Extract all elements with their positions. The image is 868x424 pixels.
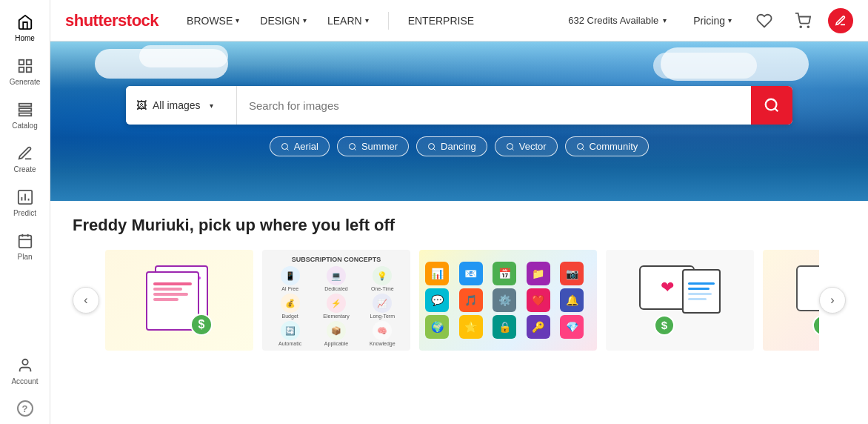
bill-front-line-2 [153, 288, 182, 291]
svg-rect-6 [19, 113, 31, 116]
cloud-4 [653, 53, 757, 79]
sub-icon-7: 🔄 [281, 321, 300, 340]
svg-point-28 [577, 143, 583, 149]
pill-summer[interactable]: Summer [337, 136, 409, 156]
app-grid-inner: 📊 📧 📅 📁 📷 💬 🎵 ⚙️ ❤️ 🔔 🌍 ⭐ [419, 250, 597, 351]
carousel-next-button[interactable]: › [819, 287, 846, 314]
pill-vector-label: Vector [519, 141, 547, 152]
pill-community-label: Community [590, 141, 638, 152]
search-type-chevron-icon: ▾ [210, 102, 213, 110]
image-type-icon: 🖼 [136, 99, 147, 111]
sub-label-8: Applicable [324, 341, 348, 346]
sidebar-item-predict[interactable]: Predict [0, 181, 50, 225]
app-icon-12: ⭐ [459, 315, 483, 339]
svg-line-23 [354, 148, 355, 150]
pill-community[interactable]: Community [565, 136, 650, 156]
sidebar-item-home[interactable]: Home [0, 6, 50, 50]
sidebar-label-create: Create [13, 165, 36, 173]
sidebar-item-catalog[interactable]: Catalog [0, 93, 50, 137]
credits-chevron-icon: ▾ [663, 16, 667, 24]
sub-item-1: 📱 AI Free [268, 266, 312, 291]
nav-learn[interactable]: LEARN ▾ [323, 12, 373, 30]
card-subscription-inner: SUBSCRIPTION CONCEPTS 📱 AI Free 💻 Dedica… [262, 250, 410, 351]
search-button[interactable] [751, 86, 792, 125]
search-type-dropdown[interactable]: 🖼 All images ▾ [126, 86, 237, 125]
svg-rect-5 [19, 108, 31, 111]
card-subscription[interactable]: SUBSCRIPTION CONCEPTS 📱 AI Free 💻 Dedica… [262, 250, 410, 351]
pill-aerial[interactable]: Aerial [270, 136, 330, 156]
sidebar-item-plan[interactable]: Plan [0, 225, 50, 268]
hdoc-line-2 [688, 288, 710, 290]
section-title: Freddy Muriuki, pick up where you left o… [73, 216, 846, 235]
sub-label-1: AI Free [281, 286, 298, 291]
nav-design[interactable]: DESIGN ▾ [256, 12, 311, 30]
home-icon [16, 13, 34, 31]
generate-icon [16, 57, 34, 75]
nav-enterprise[interactable]: ENTERPRISE [404, 12, 478, 30]
app-icon-10: 🔔 [560, 288, 584, 312]
card-billing[interactable]: $ [105, 250, 253, 351]
logo: shutterstock [65, 11, 158, 30]
carousel-wrapper: ‹ [73, 247, 846, 354]
svg-point-20 [281, 143, 287, 149]
favorites-button[interactable] [751, 7, 778, 34]
pill-vector[interactable]: Vector [495, 136, 558, 156]
svg-point-26 [507, 143, 513, 149]
credits-label: 632 Credits Available [568, 15, 658, 26]
app-icon-7: 🎵 [459, 288, 483, 312]
app-icon-2: 📧 [459, 262, 483, 285]
dancing-search-icon [427, 142, 436, 151]
carousel-prev-button[interactable]: ‹ [73, 287, 99, 314]
sub-icon-4: 💰 [281, 294, 300, 313]
sub-label-5: Elementary [323, 314, 349, 319]
svg-rect-3 [26, 67, 30, 72]
sub-item-8: 📦 Applicable [314, 321, 358, 346]
svg-rect-4 [19, 104, 31, 107]
prev-icon: ‹ [84, 294, 87, 307]
app-icon-4: 📁 [527, 262, 550, 285]
svg-rect-0 [19, 60, 23, 64]
svg-line-19 [775, 108, 778, 111]
cart-button[interactable] [789, 7, 816, 34]
app-icon-15: 💎 [560, 315, 584, 339]
health2-monitor: ❤ [796, 265, 819, 311]
card-health-2[interactable]: ❤ + [763, 250, 819, 351]
credits-button[interactable]: 632 Credits Available ▾ [561, 10, 674, 30]
sidebar-item-account[interactable]: Account [0, 349, 50, 393]
contributor-button[interactable] [828, 8, 853, 33]
sub-item-9: 🧠 Knowledge [361, 321, 404, 346]
sidebar-item-create[interactable]: Create [0, 137, 50, 181]
svg-line-21 [287, 148, 288, 150]
health-finance-inner: ❤ $ [606, 250, 754, 351]
logo-text: shutterstock [65, 11, 158, 30]
bill-front-line-1 [153, 282, 192, 285]
bill-front-line-4 [153, 298, 178, 301]
sub-icon-1: 📱 [281, 266, 300, 285]
card-health-finance[interactable]: ❤ $ [606, 250, 754, 351]
card-billing-inner: $ [105, 250, 253, 351]
health-doc [682, 269, 721, 314]
search-wrapper: 🖼 All images ▾ Aerial Sum [50, 86, 868, 156]
predict-icon [16, 188, 34, 206]
svg-point-17 [807, 26, 809, 27]
cart-icon [795, 13, 811, 29]
pricing-button[interactable]: Pricing ▾ [686, 10, 739, 31]
browse-chevron-icon: ▾ [236, 16, 239, 24]
card-app-grid[interactable]: 📊 📧 📅 📁 📷 💬 🎵 ⚙️ ❤️ 🔔 🌍 ⭐ [419, 250, 597, 351]
sidebar-item-generate[interactable]: Generate [0, 50, 50, 93]
nav-browse[interactable]: BROWSE ▾ [182, 12, 244, 30]
carousel-track: $ SUBSCRIPTION CONCEPTS 📱 AI Free [99, 247, 819, 354]
sub-item-3: 💡 One-Time [361, 266, 404, 291]
app-icon-5: 📷 [560, 262, 584, 285]
svg-point-15 [22, 360, 27, 365]
sidebar: Home Generate Catalog Create [0, 0, 50, 424]
health-dollar-badge: $ [654, 315, 675, 336]
svg-line-27 [512, 148, 513, 150]
sidebar-label-predict: Predict [13, 209, 36, 217]
sidebar-item-help[interactable]: ? [0, 393, 50, 424]
health2-graphic: ❤ + [796, 265, 819, 336]
sidebar-label-generate: Generate [10, 78, 41, 86]
svg-line-29 [582, 148, 584, 150]
pill-dancing[interactable]: Dancing [416, 136, 487, 156]
search-input[interactable] [237, 86, 751, 125]
